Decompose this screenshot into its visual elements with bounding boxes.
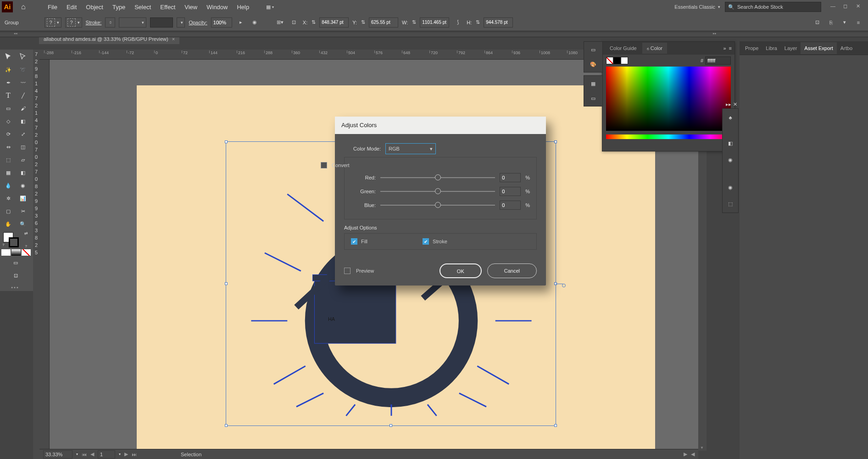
- hand-tool[interactable]: ✋: [1, 218, 15, 230]
- perspective-tool[interactable]: ▱: [16, 154, 30, 166]
- tab-layers[interactable]: Layer: [781, 42, 801, 54]
- red-slider[interactable]: [380, 177, 495, 178]
- fill-stroke-tool[interactable]: ? ? ⇄: [1, 231, 30, 248]
- pen-tool[interactable]: ✒: [1, 77, 15, 89]
- menu-file[interactable]: File: [43, 1, 62, 13]
- stroke-weight[interactable]: ‹›: [105, 17, 115, 28]
- shaper-tool[interactable]: ◇: [1, 115, 15, 127]
- arrange-docs-icon[interactable]: ▦ ▾: [265, 2, 275, 12]
- color-mode-dropdown[interactable]: RGB▾: [385, 143, 436, 154]
- brushes-icon[interactable]: ▭: [587, 92, 599, 104]
- last-artboard[interactable]: ⏭: [132, 452, 137, 457]
- menu-object[interactable]: Object: [81, 1, 108, 13]
- dock-close-icon[interactable]: ✕: [733, 101, 737, 107]
- gradient-panel-icon[interactable]: ◧: [724, 137, 736, 149]
- more-caret[interactable]: ▾: [840, 17, 850, 28]
- w-value[interactable]: 1101.465 pt: [420, 17, 449, 28]
- menu-type[interactable]: Type: [108, 1, 130, 13]
- x-value[interactable]: 848.347 pt: [319, 17, 349, 28]
- menu-view[interactable]: View: [180, 1, 202, 13]
- panel-menu-icon[interactable]: ≡: [853, 17, 863, 28]
- mesh-tool[interactable]: ▦: [1, 167, 15, 179]
- y-value[interactable]: 625.55 pt: [369, 17, 398, 28]
- none-swatch[interactable]: [606, 57, 613, 64]
- opacity-label[interactable]: Opacity:: [189, 20, 207, 25]
- width-tool[interactable]: ⇔: [1, 141, 15, 153]
- menu-effect[interactable]: Effect: [156, 1, 180, 13]
- lasso-tool[interactable]: ➰: [16, 64, 30, 76]
- free-transform-tool[interactable]: ◫: [16, 141, 30, 153]
- tab-artboards[interactable]: Artbo: [837, 42, 856, 54]
- stroke-label[interactable]: Stroke:: [86, 20, 102, 25]
- window-close[interactable]: ✕: [856, 3, 863, 11]
- transform-ref[interactable]: ⊡: [289, 17, 299, 28]
- screen-mode[interactable]: ▭: [1, 257, 30, 269]
- opacity-value[interactable]: 100%: [211, 17, 232, 28]
- shape-builder-tool[interactable]: ⬚: [1, 154, 15, 166]
- magic-wand-tool[interactable]: ✨: [1, 64, 15, 76]
- symbol-sprayer-tool[interactable]: ✲: [1, 192, 15, 204]
- curvature-tool[interactable]: 〰: [16, 77, 30, 89]
- tab-properties[interactable]: Prope: [741, 42, 762, 54]
- rectangle-tool[interactable]: ▭: [1, 102, 15, 114]
- fill-swatch[interactable]: ?▾: [45, 17, 61, 28]
- direct-selection-tool[interactable]: [16, 51, 30, 63]
- link-wh-icon[interactable]: ⟆: [453, 17, 463, 28]
- artboard-number[interactable]: 1: [98, 450, 115, 459]
- red-value[interactable]: 0: [500, 173, 521, 182]
- green-slider[interactable]: [380, 191, 495, 192]
- search-stock[interactable]: 🔍Search Adobe Stock: [725, 2, 821, 12]
- appearance-icon[interactable]: ◉: [724, 181, 736, 193]
- symbols-icon[interactable]: ♣: [724, 112, 736, 123]
- gradient-tool[interactable]: ◧: [16, 167, 30, 179]
- isolate-icon[interactable]: ⊡: [812, 17, 822, 28]
- scale-tool[interactable]: ⤢: [16, 128, 30, 140]
- type-tool[interactable]: T: [1, 90, 15, 101]
- menu-help[interactable]: Help: [232, 1, 254, 13]
- slice-tool[interactable]: ✂: [16, 205, 30, 217]
- h-value[interactable]: 944.578 pt: [484, 17, 513, 28]
- first-artboard[interactable]: ⏮: [82, 452, 87, 457]
- menu-window[interactable]: Window: [202, 1, 232, 13]
- cancel-button[interactable]: Cancel: [487, 263, 537, 278]
- workspace-switcher[interactable]: Essentials Classic▾: [670, 2, 725, 11]
- white-swatch[interactable]: [621, 57, 628, 64]
- edit-toolbar[interactable]: ⊡: [1, 269, 30, 281]
- toolbar-more[interactable]: •••: [1, 285, 29, 290]
- scroll-right[interactable]: ▶: [684, 451, 687, 457]
- black-swatch[interactable]: [613, 57, 621, 64]
- brush-dd[interactable]: ▾: [177, 17, 185, 28]
- convert-checkbox[interactable]: [321, 162, 327, 168]
- recolor-icon[interactable]: ◉: [250, 17, 260, 28]
- rotate-handle[interactable]: [562, 284, 566, 287]
- color-wheel-icon[interactable]: 🎨: [587, 58, 599, 70]
- eyedropper-tool[interactable]: 💧: [1, 179, 15, 191]
- window-minimize[interactable]: —: [830, 3, 838, 11]
- menu-edit[interactable]: Edit: [62, 1, 81, 13]
- ok-button[interactable]: OK: [440, 263, 482, 278]
- zoom-value[interactable]: 33.33%: [43, 450, 72, 459]
- h-stepper[interactable]: ⇅: [473, 17, 483, 28]
- line-tool[interactable]: ╱: [16, 90, 30, 101]
- preview-checkbox[interactable]: [344, 268, 351, 274]
- rotate-tool[interactable]: ⟳: [1, 128, 15, 140]
- transparency-icon[interactable]: ◉: [724, 154, 736, 166]
- collapse-bar[interactable]: [0, 33, 868, 37]
- stroke-checkbox[interactable]: [423, 238, 429, 245]
- color-tab[interactable]: ⎋Color: [642, 43, 667, 54]
- stroke-profile[interactable]: ▾: [119, 17, 146, 28]
- dock-collapse-icon[interactable]: ▸▸: [726, 101, 731, 107]
- x-stepper[interactable]: ⇅: [308, 17, 318, 28]
- opacity-caret[interactable]: ▸: [236, 17, 246, 28]
- artboard-tool[interactable]: ▢: [1, 205, 15, 217]
- graphic-styles-icon[interactable]: ⬚: [724, 198, 736, 210]
- green-value[interactable]: 0: [500, 187, 521, 196]
- brush-def[interactable]: [150, 17, 173, 28]
- selection-tool[interactable]: [1, 51, 15, 63]
- panel-expand-icon[interactable]: »: [723, 45, 726, 51]
- hex-input[interactable]: [705, 56, 731, 65]
- zoom-tool[interactable]: 🔍: [16, 218, 30, 230]
- y-stepper[interactable]: ⇅: [358, 17, 368, 28]
- blue-slider[interactable]: [380, 205, 495, 206]
- next-artboard[interactable]: ▶: [124, 451, 128, 457]
